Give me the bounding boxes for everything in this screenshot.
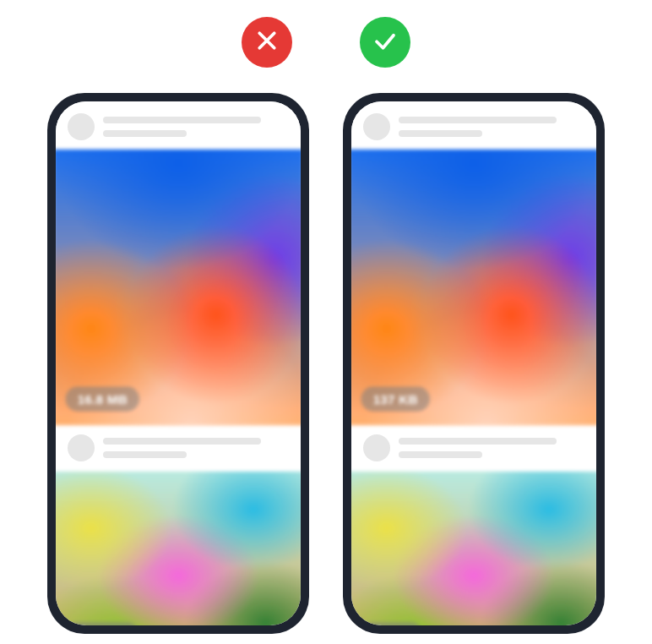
post-header [351,423,596,473]
phone-bad: 16.8 MB 14.6 MB [47,93,309,634]
check-icon [372,28,398,57]
placeholder-line [103,117,261,123]
text-placeholder [103,117,289,137]
avatar-placeholder [68,113,95,140]
text-placeholder [399,438,584,458]
file-size-badge: 87 KB [361,622,422,625]
placeholder-line [103,451,187,458]
file-size-badge: 16.8 MB [65,386,139,412]
bad-post-2-image: 14.6 MB [56,472,301,625]
placeholder-line [103,438,261,445]
placeholder-line [399,117,557,123]
post-header [56,423,301,473]
good-post-2-image: 87 KB [351,472,596,625]
wrong-badge [242,17,292,68]
cross-icon [254,28,280,57]
phone-good-screen: 137 KB 87 KB [351,101,596,625]
post-header [351,101,596,152]
bad-post-2: 14.6 MB [56,423,301,625]
correct-badge [360,17,410,68]
good-post-2: 87 KB [351,423,596,625]
placeholder-line [399,130,482,137]
text-placeholder [399,117,584,137]
phones-row: 16.8 MB 14.6 MB [0,93,652,634]
avatar-placeholder [363,113,390,140]
post-header [56,101,301,152]
phone-bad-screen: 16.8 MB 14.6 MB [56,101,301,625]
placeholder-line [399,438,557,445]
phone-good: 137 KB 87 KB [343,93,605,634]
placeholder-line [399,451,482,458]
bad-post-1: 16.8 MB [56,101,301,423]
good-post-1: 137 KB [351,101,596,423]
avatar-placeholder [68,434,95,461]
file-size-badge: 137 KB [361,386,430,412]
file-size-badge: 14.6 MB [65,622,139,625]
bad-post-1-image: 16.8 MB [56,150,301,425]
status-row [0,17,652,68]
avatar-placeholder [363,434,390,461]
text-placeholder [103,438,289,458]
placeholder-line [103,130,187,137]
good-post-1-image: 137 KB [351,150,596,425]
